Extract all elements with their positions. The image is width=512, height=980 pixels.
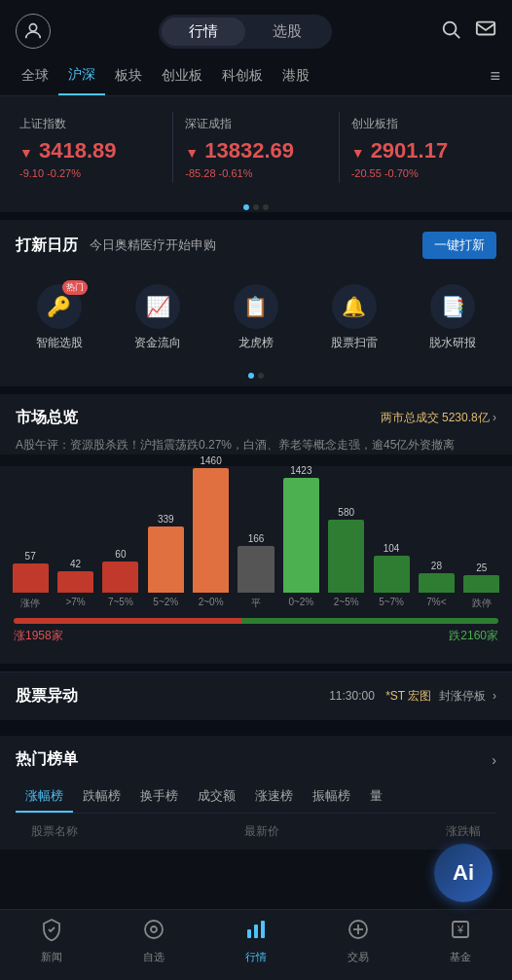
nav-news[interactable]: 新闻 xyxy=(0,918,102,964)
svg-point-0 xyxy=(29,24,36,31)
feature-money-flow[interactable]: 📈 资金流向 xyxy=(134,284,181,351)
chinext-change: -20.55 -0.70% xyxy=(351,167,493,179)
anomaly-stock: *ST 宏图 xyxy=(385,689,431,703)
bar-col-5: 166 xyxy=(234,533,278,593)
feat-dot-2 xyxy=(258,373,264,379)
bar-6 xyxy=(283,478,319,593)
top-trader-icon-wrap: 📋 xyxy=(234,284,278,329)
chart-icon: 📈 xyxy=(146,295,170,318)
nav-tab-global[interactable]: 全球 xyxy=(12,57,58,94)
market-card-chinext[interactable]: 创业板指 ▼ 2901.17 -20.55 -0.70% xyxy=(342,108,502,187)
features-dots xyxy=(0,367,512,386)
hot-rankings-more[interactable]: › xyxy=(492,752,496,768)
ranking-tab-volume[interactable]: 成交额 xyxy=(188,781,245,813)
tab-market[interactable]: 行情 xyxy=(162,18,245,46)
bar-10 xyxy=(463,575,499,593)
bar-4 xyxy=(193,468,229,593)
ai-bubble[interactable]: Ai xyxy=(434,844,493,902)
bar-5 xyxy=(238,546,274,593)
research-icon-wrap: 📑 xyxy=(430,284,475,329)
svg-rect-6 xyxy=(247,929,251,938)
bar-labels: 涨停 >7% 7~5% 5~2% 2~0% 平 0~2% 2~5% 5~7% 7… xyxy=(4,593,508,610)
svg-line-2 xyxy=(455,33,459,38)
ranking-tab-qty[interactable]: 量 xyxy=(360,781,392,813)
ranking-tab-turnover[interactable]: 换手榜 xyxy=(130,781,188,813)
rise-section xyxy=(14,618,241,624)
fall-section xyxy=(241,618,498,624)
volume-value: 5230.8亿 xyxy=(442,411,490,424)
bar-chart-container: 57 42 60 339 1460 166 xyxy=(0,466,512,664)
watchlist-label: 自选 xyxy=(143,950,165,964)
bottom-nav: 新闻 自选 行情 交易 xyxy=(0,909,512,980)
anomaly-chevron: › xyxy=(493,689,496,703)
bar-2 xyxy=(102,562,138,593)
money-flow-icon-wrap: 📈 xyxy=(135,284,180,329)
bar-7 xyxy=(328,520,364,593)
feature-smart-pick[interactable]: 🔑 热门 智能选股 xyxy=(36,284,83,351)
ranking-tab-fall[interactable]: 跌幅榜 xyxy=(73,781,130,813)
trade-icon xyxy=(347,918,370,947)
ranking-tab-speed[interactable]: 涨速榜 xyxy=(245,781,303,813)
nav-tab-sci-tech[interactable]: 科创板 xyxy=(212,57,273,94)
bar-0 xyxy=(13,563,49,593)
rise-fall-bar xyxy=(14,618,498,624)
avatar[interactable] xyxy=(16,14,51,49)
col-price: 最新价 xyxy=(244,823,279,840)
nav-tab-chinext[interactable]: 创业板 xyxy=(152,57,212,94)
market-card-shenzhen[interactable]: 深证成指 ▼ 13832.69 -85.28 -0.61% xyxy=(175,108,336,187)
nav-market[interactable]: 行情 xyxy=(204,918,307,964)
ranking-tab-amplitude[interactable]: 振幅榜 xyxy=(303,781,360,813)
shenzhen-change: -85.28 -0.61% xyxy=(185,167,326,179)
feature-stock-scan[interactable]: 🔔 股票扫雷 xyxy=(331,284,378,351)
top-trader-label: 龙虎榜 xyxy=(238,335,274,351)
bar-col-8: 104 xyxy=(369,543,414,593)
svg-rect-8 xyxy=(261,921,265,938)
market-overview: 市场总览 两市总成交 5230.8亿 › A股午评：资源股杀跌！沪指震荡跌0.2… xyxy=(0,394,512,454)
hot-rankings-title: 热门榜单 xyxy=(16,749,78,770)
ipo-title: 打新日历 xyxy=(16,236,78,256)
search-icon[interactable] xyxy=(440,18,461,45)
bar-3 xyxy=(148,526,184,593)
rise-label: 涨1958家 xyxy=(14,628,63,644)
col-change: 涨跌幅 xyxy=(446,823,481,840)
research-label: 脱水研报 xyxy=(429,335,476,351)
overview-meta[interactable]: 两市总成交 5230.8亿 › xyxy=(381,410,496,426)
tab-stock-pick[interactable]: 选股 xyxy=(245,18,329,46)
table-header: 股票名称 最新价 涨跌幅 xyxy=(16,814,496,850)
message-icon[interactable] xyxy=(475,18,496,45)
bar-col-7: 580 xyxy=(324,507,369,593)
feature-top-trader[interactable]: 📋 龙虎榜 xyxy=(234,284,278,351)
nav-tab-shenzhen-shanghai[interactable]: 沪深 xyxy=(58,56,105,95)
dot-1 xyxy=(243,204,249,210)
key-icon: 🔑 xyxy=(47,295,71,318)
market-cards: 上证指数 ▼ 3418.89 -9.10 -0.27% 深证成指 ▼ 13832… xyxy=(0,96,512,199)
stock-anomaly[interactable]: 股票异动 11:30:00 *ST 宏图 封涨停板 › xyxy=(0,671,512,720)
nav-tab-sector[interactable]: 板块 xyxy=(105,57,152,94)
rise-fall-labels: 涨1958家 跌2160家 xyxy=(4,624,508,656)
smart-pick-label: 智能选股 xyxy=(36,335,83,351)
list-icon: 📋 xyxy=(243,295,268,318)
nav-tab-hk[interactable]: 港股 xyxy=(273,57,319,94)
mode-toggle: 行情 选股 xyxy=(159,15,332,49)
market-card-shanghai[interactable]: 上证指数 ▼ 3418.89 -9.10 -0.27% xyxy=(10,108,170,187)
feat-dot-1 xyxy=(248,373,254,379)
stock-scan-label: 股票扫雷 xyxy=(331,335,378,351)
news-icon xyxy=(40,918,63,947)
trade-label: 交易 xyxy=(347,950,369,964)
hot-rankings: 热门榜单 › 涨幅榜 跌幅榜 换手榜 成交额 涨速榜 振幅榜 量 股票名称 最新… xyxy=(0,728,512,850)
bar-col-2: 60 xyxy=(98,549,143,593)
feature-research-report[interactable]: 📑 脱水研报 xyxy=(429,284,476,351)
svg-rect-3 xyxy=(477,21,494,34)
ipo-button[interactable]: 一键打新 xyxy=(422,232,496,259)
svg-point-4 xyxy=(145,921,163,938)
nav-more-icon[interactable]: ≡ xyxy=(490,66,500,87)
market-cards-dots xyxy=(0,199,512,212)
nav-fund[interactable]: ¥ 基金 xyxy=(410,918,512,964)
stock-scan-icon-wrap: 🔔 xyxy=(332,284,377,329)
anomaly-title: 股票异动 xyxy=(16,686,78,707)
nav-trade[interactable]: 交易 xyxy=(308,918,410,964)
nav-watchlist[interactable]: 自选 xyxy=(102,918,204,964)
ranking-tab-rise[interactable]: 涨幅榜 xyxy=(16,781,73,813)
chinext-value: ▼ 2901.17 xyxy=(351,138,493,163)
dot-2 xyxy=(253,204,259,210)
